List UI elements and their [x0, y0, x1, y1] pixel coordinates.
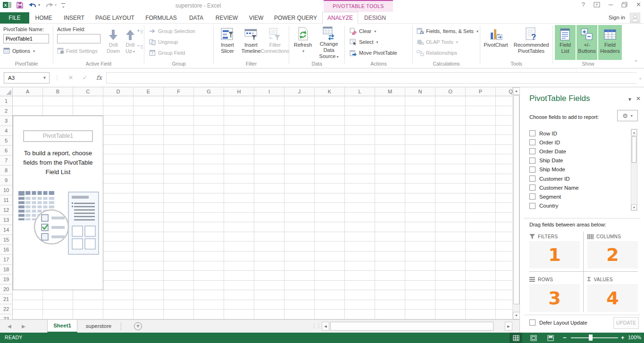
minimize-icon[interactable]: ─ — [609, 1, 613, 8]
tab-formulas[interactable]: FORMULAS — [140, 12, 183, 24]
row-header[interactable]: 10 — [0, 185, 13, 195]
sheet-nav-right-icon[interactable]: ▶ — [22, 324, 25, 329]
scroll-down-icon[interactable]: ▼ — [513, 312, 519, 319]
tab-home[interactable]: HOME — [29, 12, 58, 24]
row-header[interactable]: 16 — [0, 245, 13, 255]
rows-area[interactable]: ROWS 3 — [529, 272, 584, 312]
row-header[interactable]: 18 — [0, 265, 13, 275]
list-scroll-up-icon[interactable]: ▲ — [631, 129, 637, 135]
scroll-right-icon[interactable]: ▶ — [505, 322, 512, 331]
row-header[interactable]: 17 — [0, 255, 13, 265]
row-header[interactable]: 20 — [0, 284, 13, 294]
tab-analyze[interactable]: ANALYZE — [322, 12, 358, 24]
row-header[interactable]: 11 — [0, 195, 13, 205]
row-header[interactable]: 21 — [0, 294, 13, 304]
column-header[interactable]: G — [194, 87, 224, 96]
horizontal-scrollbar-thumb[interactable] — [330, 322, 493, 331]
column-header[interactable]: M — [375, 87, 405, 96]
collapse-ribbon-icon[interactable]: ⌃ — [634, 59, 638, 65]
horizontal-scrollbar[interactable]: ◀ ▶ — [322, 322, 512, 331]
pivottable-name-input[interactable] — [3, 34, 49, 43]
field-checkbox[interactable] — [529, 148, 535, 154]
formula-bar-grip-icon[interactable]: ⋮ — [54, 75, 60, 81]
tab-review[interactable]: REVIEW — [210, 12, 243, 24]
new-sheet-icon[interactable]: + — [134, 322, 142, 330]
column-header[interactable]: P — [466, 87, 496, 96]
pivottable-placeholder[interactable]: PivotTable1 To build a report, choose fi… — [13, 116, 103, 290]
column-header[interactable]: N — [405, 87, 435, 96]
select-all-corner[interactable] — [0, 87, 13, 96]
zoom-out-icon[interactable]: − — [563, 334, 567, 341]
pane-close-icon[interactable]: ✕ — [636, 95, 641, 102]
zoom-in-icon[interactable]: + — [621, 334, 625, 341]
field-checkbox[interactable] — [529, 158, 535, 164]
page-layout-view-icon[interactable] — [527, 333, 540, 343]
normal-view-icon[interactable] — [510, 333, 522, 343]
column-header[interactable]: E — [134, 87, 164, 96]
field-item[interactable]: Country — [529, 201, 629, 210]
expand-formula-bar-icon[interactable]: ⌄ — [636, 75, 644, 80]
filters-area[interactable]: FILTERS 1 — [529, 232, 584, 272]
columns-area[interactable]: COLUMNS 2 — [584, 232, 638, 272]
name-box[interactable]: A3▼ — [4, 72, 50, 84]
row-header[interactable]: 1 — [0, 96, 13, 106]
zoom-level[interactable]: 100% — [628, 335, 641, 340]
row-header[interactable]: 9 — [0, 176, 13, 185]
options-button[interactable]: Options▾ — [3, 46, 35, 56]
row-header[interactable]: 19 — [0, 275, 13, 284]
row-header[interactable]: 7 — [0, 156, 13, 166]
page-break-view-icon[interactable] — [544, 333, 557, 343]
row-header[interactable]: 8 — [0, 166, 13, 176]
select-button[interactable]: Select▾ — [350, 37, 378, 47]
row-header[interactable]: 15 — [0, 235, 13, 245]
undo-icon[interactable]: ▾ — [28, 2, 40, 8]
column-header[interactable]: B — [43, 87, 73, 96]
tab-data[interactable]: DATA — [183, 12, 210, 24]
column-header[interactable]: F — [164, 87, 194, 96]
field-checkbox[interactable] — [529, 176, 535, 182]
help-icon[interactable]: ? — [582, 1, 585, 8]
field-list-scrollbar[interactable]: ▲ ▼ — [631, 129, 637, 211]
column-header[interactable]: I — [254, 87, 284, 96]
tab-insert[interactable]: INSERT — [58, 12, 90, 24]
tools-button[interactable]: ⚙ ▾ — [617, 110, 638, 121]
save-icon[interactable] — [16, 1, 24, 9]
field-item[interactable]: Row ID — [529, 129, 629, 138]
field-checkbox[interactable] — [529, 130, 535, 136]
tab-power-query[interactable]: POWER QUERY — [269, 12, 322, 24]
column-header[interactable]: C — [73, 87, 103, 96]
column-header[interactable]: K — [315, 87, 345, 96]
rows-dropzone[interactable]: 3 — [529, 284, 580, 312]
excel-logo-icon[interactable]: X — [3, 1, 11, 9]
tab-design[interactable]: DESIGN — [358, 12, 392, 24]
field-item[interactable]: Ship Mode — [529, 165, 629, 174]
field-checkbox[interactable] — [529, 193, 535, 200]
active-field-input[interactable] — [57, 34, 100, 43]
row-header[interactable]: 4 — [0, 126, 13, 136]
field-item[interactable]: Ship Date — [529, 156, 629, 165]
insert-timeline-button[interactable]: Insert Timeline — [240, 25, 262, 60]
values-area[interactable]: ΣVALUES 4 — [584, 272, 638, 312]
plus-minus-buttons-toggle[interactable]: +/- Buttons — [577, 25, 597, 60]
undo-caret-icon[interactable]: ▾ — [38, 3, 40, 7]
row-header[interactable]: 23 — [0, 314, 13, 319]
field-checkbox[interactable] — [529, 167, 535, 173]
field-item[interactable]: Order ID — [529, 138, 629, 147]
pivotchart-button[interactable]: PivotChart — [481, 25, 510, 60]
field-list-scrollbar-thumb[interactable] — [632, 136, 636, 163]
tab-page-layout[interactable]: PAGE LAYOUT — [90, 12, 140, 24]
field-checkbox[interactable] — [529, 139, 535, 145]
formula-input[interactable] — [106, 72, 636, 84]
column-header[interactable]: Q — [496, 87, 512, 96]
field-list-toggle[interactable]: Field List — [555, 25, 576, 60]
move-pivottable-button[interactable]: Move PivotTable — [350, 48, 397, 58]
name-box-caret-icon[interactable]: ▼ — [42, 73, 47, 83]
row-header[interactable]: 13 — [0, 215, 13, 225]
row-header[interactable]: 2 — [0, 106, 13, 116]
change-data-source-button[interactable]: Change Data Source▾ — [315, 25, 343, 60]
tab-view[interactable]: VIEW — [243, 12, 269, 24]
row-header[interactable]: 5 — [0, 136, 13, 146]
row-header[interactable]: 22 — [0, 304, 13, 314]
column-header[interactable]: D — [103, 87, 134, 96]
row-header[interactable]: 3 — [0, 116, 13, 126]
